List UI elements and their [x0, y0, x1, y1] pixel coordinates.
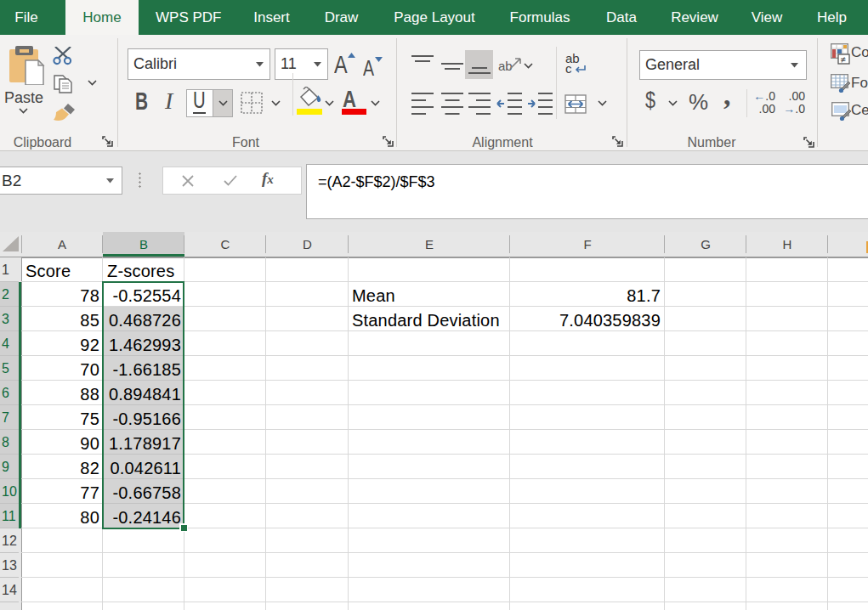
- svg-text:≠: ≠: [841, 54, 846, 65]
